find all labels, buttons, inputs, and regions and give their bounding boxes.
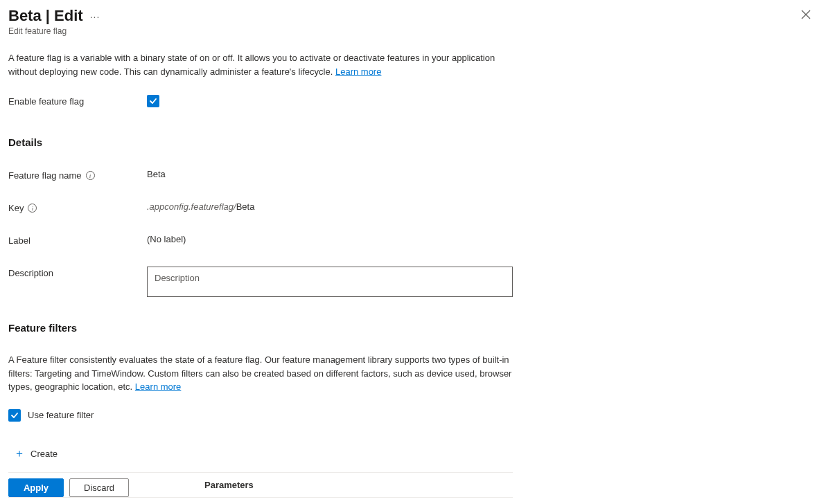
label-label: Label xyxy=(8,234,147,246)
info-icon[interactable]: i xyxy=(86,171,95,180)
page-subtitle: Edit feature flag xyxy=(8,26,100,36)
check-icon xyxy=(10,411,19,420)
col-header-params[interactable]: Parameters xyxy=(204,480,466,490)
filters-heading: Feature filters xyxy=(8,322,818,334)
enable-flag-label: Enable feature flag xyxy=(8,95,147,107)
filters-learn-more-link[interactable]: Learn more xyxy=(135,381,181,392)
key-label-text: Key xyxy=(8,203,24,213)
plus-icon: ＋ xyxy=(14,447,25,461)
more-icon[interactable]: ··· xyxy=(90,11,100,22)
enable-flag-checkbox[interactable] xyxy=(147,95,159,107)
check-icon xyxy=(149,97,157,105)
intro-learn-more-link[interactable]: Learn more xyxy=(335,66,381,77)
filters-body: A Feature filter consistently evaluates … xyxy=(8,354,511,392)
table-row[interactable]: Microsoft.TimeWindow Starts: 11/25/2024,… xyxy=(8,497,513,505)
discard-button[interactable]: Discard xyxy=(69,478,129,497)
key-label: Key i xyxy=(8,201,147,213)
name-label-text: Feature flag name xyxy=(8,170,82,181)
use-filter-checkbox[interactable] xyxy=(8,409,21,422)
close-icon[interactable] xyxy=(798,7,814,25)
name-value: Beta xyxy=(147,169,166,179)
info-icon[interactable]: i xyxy=(28,204,37,213)
details-heading: Details xyxy=(8,136,818,148)
label-value: (No label) xyxy=(147,234,186,244)
intro-body: A feature flag is a variable with a bina… xyxy=(8,53,495,77)
description-label: Description xyxy=(8,267,147,278)
description-input[interactable] xyxy=(147,267,513,297)
apply-button[interactable]: Apply xyxy=(8,478,64,497)
footer: Apply Discard xyxy=(8,478,129,497)
page-title: Beta | Edit xyxy=(8,7,83,25)
create-label: Create xyxy=(30,449,58,459)
name-label: Feature flag name i xyxy=(8,169,147,181)
key-suffix: Beta xyxy=(236,201,255,212)
key-value: .appconfig.featureflag/Beta xyxy=(147,201,254,212)
use-filter-label: Use feature filter xyxy=(28,410,94,420)
key-prefix: .appconfig.featureflag/ xyxy=(147,201,236,212)
intro-text: A feature flag is a variable with a bina… xyxy=(8,51,514,78)
create-filter-button[interactable]: ＋ Create xyxy=(14,447,818,461)
filters-text: A Feature filter consistently evaluates … xyxy=(8,353,521,394)
